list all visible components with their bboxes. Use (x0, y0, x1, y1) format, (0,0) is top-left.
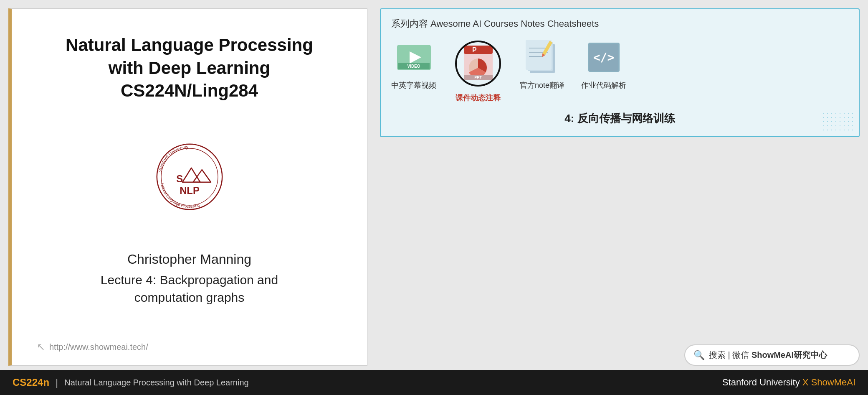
svg-text:S: S (176, 173, 183, 184)
search-area: 🔍 搜索 | 微信 ShowMeAI研究中心 (380, 340, 860, 366)
svg-text:NLP: NLP (180, 185, 200, 196)
dots-decoration (821, 111, 855, 132)
series-item-note: 官方note翻译 (520, 38, 564, 90)
bottom-course: CS224n (13, 377, 49, 388)
bottom-university: Stanford University (722, 377, 800, 387)
slide-panel: Natural Language Processing with Deep Le… (8, 8, 367, 366)
code-icon-wrapper: </> (585, 38, 623, 76)
series-item-code: </> 作业代码解析 (581, 38, 626, 90)
slide-info: Christopher Manning Lecture 4: Backpropa… (101, 252, 278, 306)
series-item-video: VIDEO 中英字幕视频 (391, 38, 436, 90)
right-panel: 系列内容 Awesome AI Courses Notes Cheatsheet… (380, 8, 860, 366)
slide-title-line1: Natural Language Processing (66, 35, 313, 55)
series-subtitle: 4: 反向传播与网络训练 (391, 111, 848, 126)
series-item-ppt: P PPT 课件动态注释 (453, 38, 503, 103)
slide-title-line3: CS224N/Ling284 (121, 81, 258, 100)
search-icon: 🔍 (693, 350, 705, 361)
bottom-description: Natural Language Processing with Deep Le… (64, 378, 248, 387)
bottom-divider: | (56, 377, 58, 388)
slide-footer: ↖ http://www.showmeai.tech/ (37, 341, 342, 353)
search-box[interactable]: 🔍 搜索 | 微信 ShowMeAI研究中心 (684, 344, 860, 366)
bottom-suffix: X ShowMeAI (800, 377, 855, 387)
series-box-title: 系列内容 Awesome AI Courses Notes Cheatsheet… (391, 18, 848, 30)
lecture-line1: Lecture 4: Backpropagation and (101, 273, 278, 287)
video-icon-wrapper: VIDEO (395, 38, 433, 76)
author-name: Christopher Manning (101, 252, 278, 267)
ppt-icon-wrapper: P PPT (453, 38, 503, 89)
slide-title: Natural Language Processing with Deep Le… (66, 34, 313, 102)
lecture-line2: computation graphs (134, 291, 245, 304)
slide-url: http://www.showmeai.tech/ (49, 342, 148, 352)
video-label: 中英字幕视频 (391, 80, 436, 90)
search-brand: ShowMeAI研究中心 (752, 350, 827, 359)
slide-title-line2: with Deep Learning (109, 58, 270, 78)
bottom-right: Stanford University X ShowMeAI (722, 377, 855, 388)
series-box: 系列内容 Awesome AI Courses Notes Cheatsheet… (380, 8, 860, 137)
code-label: 作业代码解析 (581, 80, 626, 90)
svg-text:VIDEO: VIDEO (407, 64, 420, 69)
series-icons-row: VIDEO 中英字幕视频 (391, 38, 848, 103)
ppt-label: 课件动态注释 (456, 93, 501, 103)
ppt-circle-border (455, 41, 501, 87)
code-icon: </> (588, 43, 620, 72)
bottom-bar: CS224n | Natural Language Processing wit… (0, 370, 868, 395)
stanford-nlp-logo: Stanford University S NLP Natural Langua… (154, 141, 225, 212)
cursor-icon: ↖ (37, 341, 45, 353)
search-prefix: 搜索 | 微信 (709, 350, 752, 359)
note-icon-wrapper (524, 38, 561, 76)
search-text: 搜索 | 微信 ShowMeAI研究中心 (709, 349, 827, 361)
lecture-info: Lecture 4: Backpropagation and computati… (101, 271, 278, 306)
note-label: 官方note翻译 (520, 80, 564, 90)
svg-text:</>: </> (593, 51, 615, 64)
bottom-left: CS224n | Natural Language Processing wit… (13, 377, 249, 388)
